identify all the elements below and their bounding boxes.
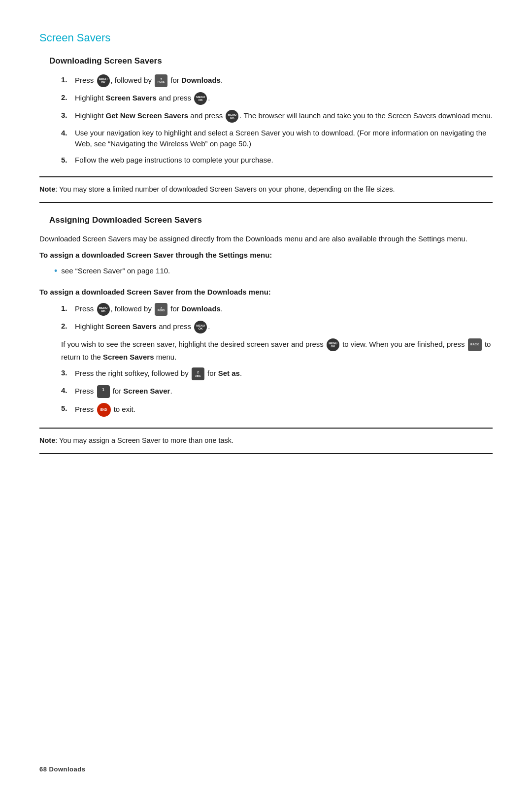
step-1-content: Press MENUOK, followed by 7PGRS for Down… (75, 74, 493, 87)
dl-step-5-num: 5. (61, 403, 75, 414)
dl-step-2-content: Highlight Screen Savers and press MENUOK… (75, 321, 493, 333)
settings-heading: To assign a downloaded Screen Saver thro… (39, 250, 493, 261)
note-block-2: Note: You may assign a Screen Saver to m… (39, 428, 493, 454)
dl-step-5-content: Press END to exit. (75, 403, 493, 417)
page-title: Screen Savers (39, 30, 493, 46)
step-2-num: 2. (61, 92, 75, 103)
bullet-dot: • (54, 266, 57, 277)
key2-icon: 2ABC (192, 367, 204, 380)
key1-icon: 1 (97, 385, 110, 398)
note-1-text: Note: You may store a limited number of … (39, 184, 493, 195)
downloading-heading: Downloading Screen Savers (39, 55, 493, 67)
step-4-num: 4. (61, 128, 75, 139)
dl-step-2: 2. Highlight Screen Savers and press MEN… (61, 321, 493, 333)
downloading-section: Downloading Screen Savers 1. Press MENUO… (39, 55, 493, 166)
menu-icon-dl1: MENUOK (97, 303, 110, 316)
note-2-content: : You may assign a Screen Saver to more … (55, 436, 233, 444)
step-3: 3. Highlight Get New Screen Savers and p… (61, 110, 493, 123)
menu-icon-dl2: MENUOK (194, 321, 207, 333)
pgdn-icon-dl1: 7PGRS (155, 303, 167, 316)
step-5-content: Follow the web page instructions to comp… (75, 155, 493, 166)
back-icon-view: BACK (468, 338, 482, 351)
downloads-steps-2: 3. Press the right softkey, followed by … (49, 367, 493, 417)
menu-icon-2: MENUOK (194, 92, 207, 105)
footer-text: 68 Downloads (39, 766, 85, 773)
note-1-content: : You may store a limited number of down… (55, 185, 395, 193)
settings-bullet-item: • see “Screen Saver” on page 110. (54, 266, 493, 277)
assigning-heading: Assigning Downloaded Screen Savers (39, 214, 493, 227)
main-content: Screen Savers Downloading Screen Savers … (39, 30, 493, 768)
dl-step-3: 3. Press the right softkey, followed by … (61, 367, 493, 380)
end-icon: END (97, 403, 111, 417)
step-2: 2. Highlight Screen Savers and press MEN… (61, 92, 493, 105)
note-2-bold: Note (39, 436, 55, 444)
dl-step-1-content: Press MENUOK, followed by 7PGRS for Down… (75, 303, 493, 316)
menu-icon-view: MENUOK (327, 338, 339, 351)
dl-step-3-num: 3. (61, 367, 75, 379)
settings-menu-section: To assign a downloaded Screen Saver thro… (39, 250, 493, 277)
dl-step-1-num: 1. (61, 303, 75, 314)
step-2-content: Highlight Screen Savers and press MENUOK… (75, 92, 493, 105)
step-4: 4. Use your navigation key to highlight … (61, 128, 493, 150)
dl-step-4-content: Press 1 for Screen Saver. (75, 385, 493, 398)
downloads-heading: To assign a downloaded Screen Saver from… (39, 287, 493, 298)
menu-icon-3: MENUOK (226, 110, 238, 123)
dl-step-4: 4. Press 1 for Screen Saver. (61, 385, 493, 398)
step-1-num: 1. (61, 74, 75, 86)
downloads-menu-section: To assign a downloaded Screen Saver from… (39, 287, 493, 417)
dl-step-2-num: 2. (61, 321, 75, 332)
footer: 68 Downloads (39, 764, 493, 775)
step-5-num: 5. (61, 155, 75, 166)
note-1-bold: Note (39, 185, 55, 193)
middle-para-block: If you wish to see the screen saver, hig… (39, 338, 493, 363)
note-2-text: Note: You may assign a Screen Saver to m… (39, 435, 493, 446)
step-4-content: Use your navigation key to highlight and… (75, 128, 493, 150)
assigning-intro: Downloaded Screen Savers may be assigned… (39, 233, 493, 244)
step-1: 1. Press MENUOK, followed by 7PGRS for D… (61, 74, 493, 87)
downloading-steps: 1. Press MENUOK, followed by 7PGRS for D… (49, 74, 493, 166)
note-block-1: Note: You may store a limited number of … (39, 176, 493, 203)
step-3-num: 3. (61, 110, 75, 121)
dl-step-1: 1. Press MENUOK, followed by 7PGRS for D… (61, 303, 493, 316)
pgdn-icon-1: 7PGRS (155, 74, 167, 87)
menu-icon-1: MENUOK (97, 74, 110, 87)
downloads-steps-1: 1. Press MENUOK, followed by 7PGRS for D… (49, 303, 493, 333)
middle-para: If you wish to see the screen saver, hig… (61, 338, 493, 363)
dl-step-5: 5. Press END to exit. (61, 403, 493, 417)
assigning-section: Assigning Downloaded Screen Savers Downl… (39, 214, 493, 417)
dl-step-4-num: 4. (61, 385, 75, 397)
settings-bullet-list: • see “Screen Saver” on page 110. (54, 266, 493, 277)
settings-bullet-text: see “Screen Saver” on page 110. (61, 266, 170, 277)
step-3-content: Highlight Get New Screen Savers and pres… (75, 110, 493, 123)
step-5: 5. Follow the web page instructions to c… (61, 155, 493, 166)
dl-step-3-content: Press the right softkey, followed by 2AB… (75, 367, 493, 380)
